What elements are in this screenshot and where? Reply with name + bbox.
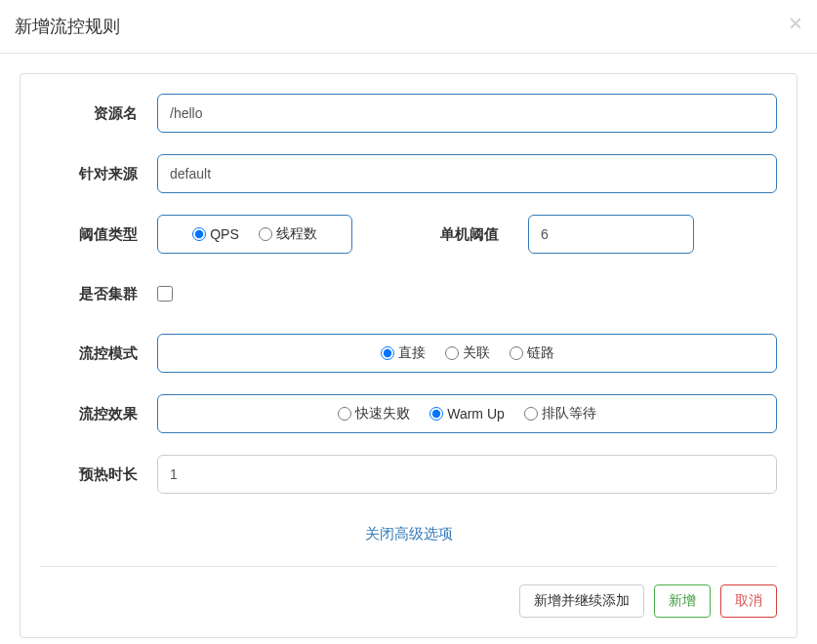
radio-label-queue[interactable]: 排队等待 [542, 405, 596, 423]
radio-group-threshold-type: QPS 线程数 [157, 215, 352, 254]
input-warmup-time[interactable] [157, 455, 777, 494]
row-warmup-time: 预热时长 [40, 455, 777, 494]
radio-fast-fail[interactable] [338, 407, 351, 421]
row-resource-name: 资源名 [40, 94, 777, 133]
label-cluster: 是否集群 [40, 285, 157, 303]
label-threshold: 单机阈值 [440, 225, 499, 244]
label-source: 针对来源 [40, 165, 157, 183]
radio-relate[interactable] [445, 346, 459, 360]
add-continue-button[interactable]: 新增并继续添加 [519, 584, 644, 618]
label-flow-effect: 流控效果 [40, 405, 157, 423]
form-panel: 资源名 针对来源 阈值类型 QPS [20, 73, 797, 638]
input-source[interactable] [157, 154, 777, 193]
modal-header: 新增流控规则 × [0, 0, 817, 54]
modal-dialog: 新增流控规则 × 资源名 针对来源 阈值类型 [0, 0, 817, 644]
add-button[interactable]: 新增 [654, 584, 711, 618]
label-threshold-type: 阈值类型 [40, 225, 157, 244]
toggle-advanced-link[interactable]: 关闭高级选项 [40, 515, 777, 548]
row-flow-mode: 流控模式 直接 关联 链路 [40, 334, 777, 373]
row-threshold-type: 阈值类型 QPS 线程数 单机阈值 [40, 215, 777, 254]
radio-thread[interactable] [259, 227, 272, 241]
modal-footer: 新增并继续添加 新增 取消 [40, 566, 777, 618]
cancel-button[interactable]: 取消 [720, 584, 777, 618]
radio-direct[interactable] [381, 346, 394, 360]
radio-label-direct[interactable]: 直接 [398, 344, 426, 362]
label-resource-name: 资源名 [40, 104, 157, 123]
radio-label-chain[interactable]: 链路 [527, 344, 554, 362]
radio-chain[interactable] [510, 346, 523, 360]
radio-label-qps[interactable]: QPS [210, 226, 239, 242]
radio-qps[interactable] [192, 227, 206, 241]
checkbox-cluster[interactable] [157, 286, 173, 302]
radio-queue[interactable] [524, 407, 538, 421]
radio-label-relate[interactable]: 关联 [463, 344, 490, 362]
label-warmup-time: 预热时长 [40, 465, 157, 484]
row-flow-effect: 流控效果 快速失败 Warm Up 排队等待 [40, 394, 777, 433]
radio-label-thread[interactable]: 线程数 [276, 225, 317, 243]
input-threshold[interactable] [528, 215, 694, 254]
radio-label-fast-fail[interactable]: 快速失败 [355, 405, 410, 423]
row-cluster: 是否集群 [40, 275, 777, 312]
radio-label-warmup[interactable]: Warm Up [447, 406, 505, 422]
radio-group-flow-mode: 直接 关联 链路 [157, 334, 777, 373]
label-flow-mode: 流控模式 [40, 344, 157, 363]
input-resource-name[interactable] [157, 94, 777, 133]
modal-body: 资源名 针对来源 阈值类型 QPS [0, 54, 817, 644]
row-source: 针对来源 [40, 154, 777, 193]
close-icon[interactable]: × [789, 12, 802, 35]
radio-warmup[interactable] [429, 407, 443, 421]
modal-title: 新增流控规则 [15, 15, 802, 38]
radio-group-flow-effect: 快速失败 Warm Up 排队等待 [157, 394, 777, 433]
